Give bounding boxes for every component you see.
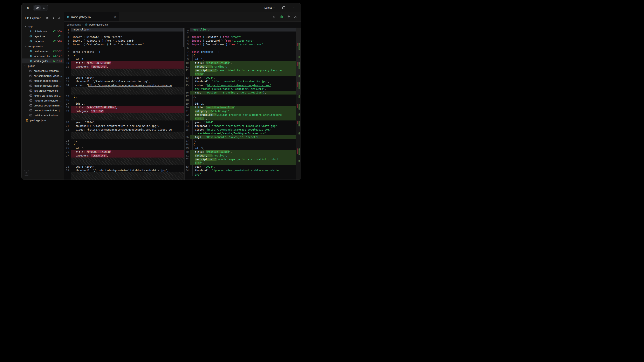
- react-icon: [85, 23, 88, 26]
- code-row: 27 category: "CREATIVE",: [64, 154, 184, 158]
- tree-item-page.tsx[interactable]: page.tsx+81/-28: [22, 39, 64, 44]
- tree-item-video-card.tsx[interactable]: video-card.tsx+76/-27: [22, 53, 64, 58]
- removed-lines-mark: [297, 148, 298, 154]
- code-row: 18 {: [184, 98, 296, 102]
- code-row: 21 category: "Web Design",: [184, 109, 296, 113]
- code-row: 6: [64, 46, 184, 50]
- tree-item-label: lips-artistic-video.jpg: [34, 89, 62, 92]
- tree-item-custom-curs-[interactable]: custom-curs…+33/-12: [22, 49, 64, 53]
- collapse-sidebar-button[interactable]: «: [25, 5, 31, 11]
- image-icon: [29, 99, 32, 102]
- code-row: 33 year: "2024",: [184, 165, 296, 169]
- tree-item-car-commercial-video-[interactable]: car-commercial-video…: [22, 73, 64, 78]
- tab-label: works-gallery.tsx: [71, 15, 91, 18]
- added-lines-mark: [298, 160, 300, 162]
- tree-item-product-reveal-video.j-[interactable]: product-reveal-video.j…: [22, 108, 64, 113]
- tree-indent-guide: [27, 29, 28, 44]
- split-view-icon[interactable]: [273, 15, 276, 18]
- json-icon: {}: [25, 119, 29, 122]
- tree-item-label: components: [28, 45, 62, 48]
- tree-item-components[interactable]: components: [22, 44, 64, 49]
- code-row: 17 id: 2,: [64, 102, 184, 106]
- chevron-down-icon: [24, 65, 27, 67]
- code-row: 25 video: "https://commondatastorage.goo…: [184, 128, 296, 132]
- css-icon: #: [29, 30, 32, 33]
- diff-filler-row: [64, 132, 184, 135]
- code-row: 11 category: "Branding",: [184, 65, 296, 68]
- added-lines-mark: [298, 95, 300, 98]
- diff-filler-row: [64, 172, 184, 176]
- tab-works-gallery[interactable]: works-gallery.tsx ×: [64, 12, 119, 21]
- react-icon: [67, 15, 70, 18]
- tree-item-modern-architecture-[interactable]: modern-architecture-…: [22, 98, 64, 103]
- more-options-button[interactable]: [292, 5, 298, 11]
- file-explorer-sidebar: File Explorer app#globals.css+51/-50layo…: [22, 12, 64, 180]
- tree-item-public[interactable]: public: [22, 63, 64, 68]
- tree-item-product-design-minim-[interactable]: product-design-minim…: [22, 103, 64, 108]
- code-row: 18 title: "ARCHITECTURE FIRM",: [64, 106, 184, 109]
- preview-toggle-button[interactable]: [34, 5, 40, 10]
- diff-overview-ruler[interactable]: [296, 28, 301, 180]
- new-folder-icon[interactable]: [52, 16, 54, 19]
- breadcrumb-folder[interactable]: components: [67, 23, 81, 26]
- tree-item-label: video-card.tsx: [34, 54, 53, 58]
- code-row: 23 },: [64, 139, 184, 143]
- diff-filler-row: [64, 161, 184, 165]
- search-icon[interactable]: [57, 16, 60, 19]
- collapse-panel-button[interactable]: [24, 170, 29, 176]
- added-lines-mark: [298, 121, 300, 126]
- diff-file-icon[interactable]: [280, 15, 283, 18]
- code-row: 9 id: 1,: [184, 57, 296, 61]
- code-row: gtv-videos-bucket/sample/ForBiggerBlazes…: [184, 87, 296, 91]
- tree-item-globals.css[interactable]: #globals.css+51/-50: [22, 29, 64, 34]
- code-row: 19 category: "DESIGN",: [64, 109, 184, 113]
- new-file-icon[interactable]: [46, 16, 49, 19]
- code-row: 16 {: [64, 98, 184, 102]
- chevron-down-icon: [24, 45, 27, 47]
- image-icon: [29, 79, 32, 82]
- breadcrumb: components › works-gallery.tsx: [64, 22, 301, 28]
- diff-filler-row: [64, 72, 184, 76]
- tree-item-package.json[interactable]: {}package.json: [22, 118, 64, 123]
- code-row: 23 year: "2024",: [184, 120, 296, 124]
- code-row: 2: [64, 31, 184, 35]
- tree-item-label: fashion-model-black-…: [34, 79, 62, 82]
- diff-pane-old[interactable]: 1"use client"23import { useState } from …: [64, 28, 184, 180]
- tree-item-works-galler-[interactable]: works-galler…+24/-13: [22, 58, 64, 63]
- tree-item-architecture-walkthro-[interactable]: architecture-walkthro…: [22, 68, 64, 73]
- tree-item-layout.tsx[interactable]: layout.tsx+51: [22, 34, 64, 39]
- code-row: 5import { CustomCursor } from "./custom-…: [64, 43, 184, 46]
- code-row: 32 description: "Launch campaign for a m…: [184, 158, 296, 161]
- breadcrumb-separator: ›: [82, 23, 83, 26]
- breadcrumb-file[interactable]: works-gallery.tsx: [89, 23, 108, 26]
- tree-item-lips-artistic-video.jpg[interactable]: lips-artistic-video.jpg: [22, 88, 64, 93]
- image-icon: [29, 104, 32, 107]
- close-tab-icon[interactable]: ×: [114, 15, 116, 18]
- code-row: 10 title: "Fashion Studio",: [184, 61, 296, 65]
- diff-filler-row: [64, 117, 184, 120]
- file-tree: app#globals.css+51/-50layout.tsx+51page.…: [22, 24, 64, 180]
- tree-item-fashion-runway-scen-[interactable]: fashion-runway-scen…: [22, 83, 64, 88]
- tree-item-app[interactable]: app: [22, 24, 64, 29]
- added-lines-mark: [298, 56, 300, 58]
- code-row: 15 video: "https://commondatastorage.goo…: [184, 83, 296, 87]
- code-row: 9 id: 1,: [64, 57, 184, 61]
- ellipsis-icon: [293, 6, 297, 9]
- code-row: gtv-videos-bucket/sample/ForBiggerEscape…: [184, 132, 296, 135]
- panel-layout-button[interactable]: [281, 5, 286, 11]
- copy-icon[interactable]: [287, 15, 290, 18]
- tree-item-fashion-model-black-[interactable]: fashion-model-black-…: [22, 78, 64, 83]
- tree-item-label: page.tsx: [34, 40, 53, 43]
- tree-item-luxury-car-black-and-[interactable]: luxury-car-black-and-…: [22, 93, 64, 98]
- left-pane-scrollbar[interactable]: [183, 28, 184, 47]
- code-row: 19 id: 2,: [184, 102, 296, 106]
- diff-pane-new[interactable]: 1"use client"23import { useState } from …: [184, 28, 296, 180]
- version-dropdown[interactable]: Latest: [264, 6, 276, 9]
- tree-item-label: architecture-walkthro…: [34, 69, 62, 72]
- diff-filler-row: [64, 68, 184, 72]
- code-toggle-button[interactable]: [40, 5, 48, 10]
- chevrons-left-icon: «: [27, 6, 29, 9]
- added-lines-mark: [298, 113, 300, 115]
- download-icon[interactable]: [294, 15, 297, 18]
- tree-item-red-lips-artistic-close-[interactable]: red-lips-artistic-close…: [22, 113, 64, 118]
